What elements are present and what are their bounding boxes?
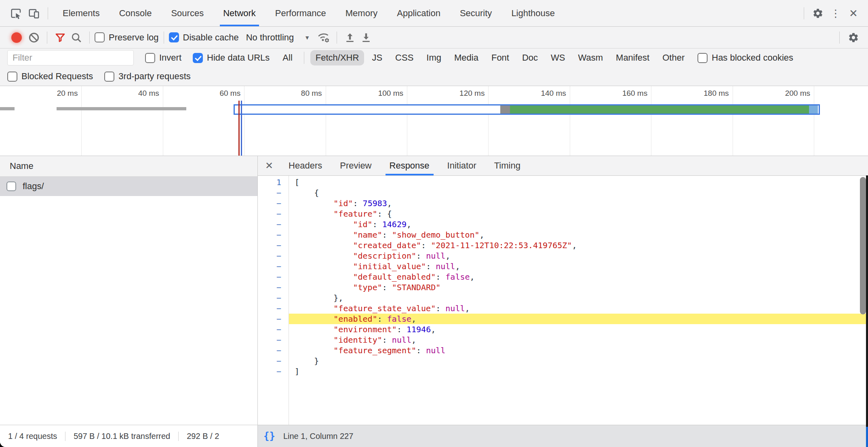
filter-input[interactable] (7, 50, 134, 65)
divider (47, 32, 47, 44)
line-number-gutter: − (258, 335, 289, 345)
domcontentloaded-event-line (241, 101, 242, 156)
line-number-gutter: − (258, 303, 289, 314)
line-number-gutter: − (258, 356, 289, 366)
line-number-gutter: − (258, 261, 289, 272)
response-line: − "default_enabled": false, (258, 272, 868, 282)
export-har-icon[interactable] (358, 30, 374, 46)
vertical-scrollbar[interactable] (860, 177, 866, 314)
code-line: } (289, 356, 868, 366)
panel-tab[interactable]: Application (387, 0, 450, 26)
response-line: − "name": "show_demo_button", (258, 230, 868, 240)
code-line: "environment": 11946, (289, 324, 868, 335)
code-line: }, (289, 293, 868, 303)
search-icon[interactable] (68, 30, 84, 46)
request-type-filter[interactable]: Wasm (573, 50, 609, 65)
throttling-select[interactable]: No throttling ▼ (246, 32, 310, 43)
code-line: "type": "STANDARD" (289, 282, 868, 293)
request-type-filter[interactable]: JS (367, 50, 388, 65)
clear-network-log-icon[interactable] (26, 30, 42, 46)
request-type-filter[interactable]: Fetch/XHR (310, 50, 364, 65)
line-number-gutter: − (258, 198, 289, 209)
request-row-flags[interactable]: flags/ (0, 177, 257, 196)
response-line: − "initial_value": null, (258, 261, 868, 272)
code-line: "identity": null, (289, 335, 868, 345)
network-settings-gear-icon[interactable] (845, 29, 862, 46)
close-details-icon[interactable]: ✕ (260, 156, 280, 175)
panel-tab[interactable]: Elements (53, 0, 110, 26)
import-har-icon[interactable] (342, 30, 358, 46)
detail-tab[interactable]: Response (381, 156, 438, 175)
record-network-log-button[interactable] (11, 32, 22, 43)
name-column-header[interactable]: Name (0, 156, 257, 177)
panel-tab[interactable]: Network (213, 0, 265, 26)
third-party-requests-checkbox[interactable] (104, 72, 114, 82)
disable-cache-checkbox[interactable] (169, 32, 179, 42)
panel-tab[interactable]: Performance (265, 0, 336, 26)
response-line: − "feature_segment": null (258, 345, 868, 356)
response-code[interactable]: 1[− {− "id": 75983,− "feature": {− "id":… (258, 176, 868, 425)
filter-section: Invert Hide data URLs AllFetch/XHRJSCSSI… (0, 48, 868, 86)
response-line: − "id": 75983, (258, 198, 868, 209)
panel-tab[interactable]: Sources (161, 0, 213, 26)
hide-data-urls-label: Hide data URLs (207, 53, 270, 63)
time-tick-label: 80 ms (301, 89, 326, 98)
request-type-filter[interactable]: CSS (390, 50, 419, 65)
close-devtools-icon[interactable]: ✕ (845, 4, 862, 22)
device-toolbar-icon[interactable] (25, 4, 43, 22)
braces-icon: {} (263, 430, 275, 442)
line-number-gutter: − (258, 366, 289, 377)
request-row-checkbox[interactable] (6, 181, 16, 191)
filter-row-1: Invert Hide data URLs AllFetch/XHRJSCSSI… (0, 48, 868, 67)
highlighted-code-line: "enabled": false, (289, 314, 868, 324)
request-type-filter[interactable]: Img (421, 50, 447, 65)
preserve-log-checkbox[interactable] (95, 32, 105, 42)
code-line: "initial_value": null, (289, 261, 868, 272)
response-line: − { (258, 188, 868, 198)
line-number-gutter: − (258, 209, 289, 219)
time-tick-label: 100 ms (378, 89, 407, 98)
summary-item: 597 B / 10.1 kB transferred (65, 432, 178, 441)
time-tick-label: 140 ms (541, 89, 569, 98)
response-line: −] (258, 366, 868, 377)
gutter-divider (289, 176, 289, 425)
request-bar-flags[interactable] (234, 104, 820, 115)
detail-tabbar: ✕ HeadersPreviewResponseInitiatorTiming (258, 156, 868, 176)
detail-tab[interactable]: Initiator (438, 156, 485, 175)
settings-gear-icon[interactable] (809, 4, 827, 22)
code-line: "description": null, (289, 251, 868, 261)
request-type-filter[interactable]: All (277, 50, 297, 65)
request-type-filter[interactable]: Media (449, 50, 484, 65)
filter-icon[interactable] (52, 30, 68, 46)
request-details-panel: ✕ HeadersPreviewResponseInitiatorTiming … (258, 156, 868, 425)
detail-tab[interactable]: Headers (280, 156, 331, 175)
has-blocked-cookies-checkbox[interactable] (697, 53, 708, 63)
code-line: "id": 14629, (289, 219, 868, 230)
response-line: − "created_date": "2021-11-12T10:22:53.4… (258, 240, 868, 251)
blocked-requests-checkbox[interactable] (7, 72, 17, 82)
request-type-filter[interactable]: Font (486, 50, 514, 65)
inspect-element-icon[interactable] (7, 4, 25, 22)
invert-checkbox[interactable] (145, 53, 155, 63)
panel-tab[interactable]: Security (450, 0, 501, 26)
time-gridline (570, 86, 570, 156)
panel-tab[interactable]: Memory (336, 0, 387, 26)
request-type-filter[interactable]: Doc (517, 50, 543, 65)
line-number-gutter: − (258, 188, 289, 198)
dropdown-arrow-icon: ▼ (304, 34, 310, 41)
more-options-icon[interactable]: ⋮ (827, 4, 845, 22)
request-type-filter[interactable]: Other (657, 50, 690, 65)
detail-tab[interactable]: Preview (331, 156, 380, 175)
hide-data-urls-checkbox[interactable] (193, 53, 203, 63)
panel-tab[interactable]: Lighthouse (501, 0, 565, 26)
request-type-filter[interactable]: Manifest (611, 50, 655, 65)
network-toolbar: Preserve log Disable cache No throttling… (0, 27, 868, 48)
line-number-gutter: − (258, 251, 289, 261)
detail-tab[interactable]: Timing (485, 156, 529, 175)
network-overview-waterfall[interactable]: 20 ms40 ms60 ms80 ms100 ms120 ms140 ms16… (0, 86, 868, 156)
code-line: "default_enabled": false, (289, 272, 868, 282)
time-gridline (651, 86, 651, 156)
network-conditions-icon[interactable] (316, 30, 332, 46)
request-type-filter[interactable]: WS (546, 50, 570, 65)
panel-tab[interactable]: Console (110, 0, 162, 26)
